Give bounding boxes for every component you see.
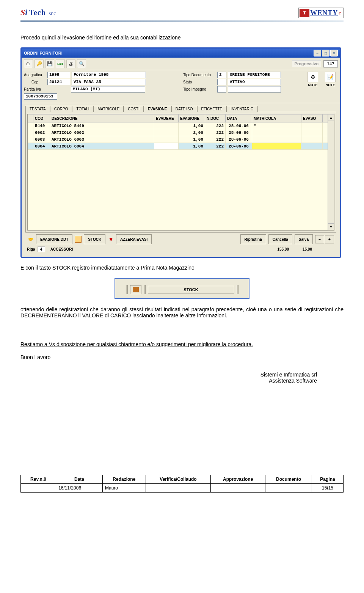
closing-paragraph: Restiamo a Vs disposizione per qualsiasi… [20,341,344,347]
col-evaso: EVASO [301,115,323,122]
cross-icon: ✖ [108,236,114,242]
tab-inventario[interactable]: INVENTARIO [226,106,257,112]
tab-date-iso[interactable]: DATE ISO [171,106,197,112]
cap-field[interactable]: 20124 [47,79,70,85]
tab-totali[interactable]: TOTALI [72,106,93,112]
toolbar-new-icon[interactable]: 🗀 [24,59,33,68]
intro-paragraph: Procedo quindi all'evasione dell'iordine… [20,35,344,41]
close-icon[interactable]: × [330,50,338,56]
progressivo-value: 147 [323,60,338,67]
tipo-impegno-field[interactable] [228,86,281,93]
footer-h-redazione: Redazione [103,475,146,484]
stato-code[interactable] [217,79,226,85]
stock-mini-button[interactable]: STOCK [148,286,234,293]
data-grid[interactable]: COD DESCRIZIONE EVADERE EVASIONE N.DOC D… [27,114,334,231]
anagrafica-code-field[interactable]: 1998 [47,72,70,78]
tab-costi[interactable]: COSTI [124,106,144,112]
tab-evasione[interactable]: EVASIONE [144,106,171,112]
footer-h-rev: Rev.n.0 [21,475,56,484]
city-field[interactable]: MILANO (MI) [71,86,145,93]
riga-label: Riga [27,247,35,251]
footer-table: Rev.n.0 Data Redazione Verifica/Collaudo… [20,475,344,493]
address-field[interactable]: VIA FARA 35 [72,79,146,85]
grid-icon [133,287,139,292]
footer-h-verifica: Verifica/Collaudo [146,475,211,484]
toolbar-preview-icon[interactable]: 🔍 [77,59,86,68]
tipo-documento-code[interactable]: 2 [217,72,226,78]
footer-verifica [146,484,211,493]
status-total-1: 155,00 [277,247,289,251]
table-row[interactable]: 5449 ARTICOLO 5449 1,00 222 28-06-06 * [28,122,328,129]
tipo-impegno-code[interactable] [217,86,226,93]
stato-label: Stato [183,80,216,84]
table-row[interactable]: 6003 ARTICOLO 6003 1,00 222 28-06-06 [28,136,328,143]
stock-sep-mid [144,285,146,294]
ripristina-button[interactable]: Ripristina [240,234,266,244]
toolbar-save-icon[interactable]: 💾 [45,59,54,68]
footer-documento [265,484,312,493]
col-blank-right [323,115,328,122]
salva-button[interactable]: Salva [295,234,313,244]
stato-field[interactable]: ATTIVO [228,79,281,85]
titlebar: ORDINI FORNITORI – □ × [22,49,340,58]
tab-etichette[interactable]: ETICHETTE [197,106,227,112]
app-window: ORDINI FORNITORI – □ × 🗀 🔑 💾 EXIT 🖨 🔍 Pr… [20,47,341,258]
stock-grid-icon-cell [130,285,141,294]
scroll-down-icon[interactable]: ▼ [328,223,334,230]
decrement-paragraph: ottenendo delle registrazioni che darann… [20,306,344,318]
footer-h-documento: Documento [265,475,312,484]
table-row[interactable]: 6004 ARTICOLO 6004 1,00 222 28-06-06 [28,143,328,150]
note-icon: 📝 [325,72,336,82]
scroll-up-icon[interactable]: ▲ [328,114,334,121]
footer-redazione: Mauro [103,484,146,493]
toolbar: 🗀 🔑 💾 EXIT 🖨 🔍 Progressivo 147 [22,58,340,70]
tab-matricole[interactable]: MATRICOLE [94,106,124,112]
twenty-suffix: e [339,10,341,16]
note-edit[interactable]: 📝 NOTE [323,72,338,87]
progressivo-label: Progressivo [292,60,322,67]
signature-line1: Sistemi e Informatica srl [20,372,317,378]
minimize-icon[interactable]: – [314,50,321,56]
toolbar-exit-icon[interactable]: EXIT [56,59,65,68]
cancella-button[interactable]: Cancella [268,234,292,244]
header-form: Anagrafica 1998 Fornitore 1998 Cap 20124… [22,70,340,103]
tab-testata[interactable]: TESTATA [25,106,50,112]
plus-button[interactable]: + [325,235,334,243]
minus-button[interactable]: – [315,235,324,243]
tipo-impegno-label: Tipo Impegno [183,87,216,91]
grid-empty-area [28,150,328,231]
page-header: Si Tech snc T WENTY e [20,8,344,18]
note-trash[interactable]: ♻ NOTE [305,72,320,87]
tab-corpo[interactable]: CORPO [50,106,72,112]
logo-i: i [25,8,27,17]
window-title: ORDINI FORNITORI [24,51,63,55]
table-row[interactable]: 6002 ARTICOLO 6002 2,00 222 28-06-06 [28,129,328,136]
stock-button[interactable]: STOCK [84,234,105,244]
anagrafica-name-field[interactable]: Fornitore 1998 [72,72,146,78]
azzera-evasi-button[interactable]: AZZERA EVASI [116,234,152,244]
signature-block: Sistemi e Informatica srl Assistenza Sof… [20,372,317,384]
anagrafica-label: Anagrafica [24,73,46,77]
toolbar-key-icon[interactable]: 🔑 [35,59,44,68]
col-evasione: EVASIONE [179,115,205,122]
status-group: ACCESSORI [50,247,73,251]
buon-lavoro: Buon Lavoro [20,354,344,360]
footer-approvazione [211,484,265,493]
maximize-icon[interactable]: □ [322,50,329,56]
logo-sitech: Si Tech snc [20,8,56,17]
footer-rev [21,484,56,493]
riga-value: 4 [38,246,45,252]
status-total-2: 15,00 [303,247,312,251]
after-app-paragraph: E con il tasto STOCK registro immediatat… [20,265,344,271]
grid-scrollbar[interactable]: ▲ ▼ [328,114,334,230]
logo-twenty: T WENTY e [298,8,344,18]
toolbar-print-icon[interactable]: 🖨 [66,59,75,68]
tipo-documento-name[interactable]: ORDINE FORNITORE [228,72,281,78]
evasione-ddt-button[interactable]: EVASIONE DDT [36,234,72,244]
twenty-badge-icon: T [300,9,309,17]
partita-iva-field[interactable]: 10073890153 [24,93,57,100]
handshake-icon[interactable]: 🤝 [28,236,34,242]
col-matricola: MATRICOLA [252,115,301,122]
tipo-documento-label: Tipo Documento [183,73,216,77]
partita-iva-label: Partita Iva [24,87,46,91]
